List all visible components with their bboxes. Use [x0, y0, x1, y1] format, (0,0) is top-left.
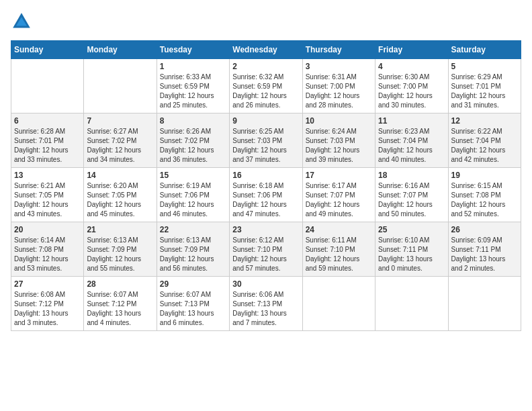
calendar-cell: 28Sunrise: 6:07 AM Sunset: 7:12 PM Dayli…: [84, 277, 157, 331]
day-info: Sunrise: 6:25 AM Sunset: 7:03 PM Dayligh…: [232, 127, 299, 165]
day-info: Sunrise: 6:32 AM Sunset: 6:59 PM Dayligh…: [232, 73, 299, 110]
calendar-cell: 26Sunrise: 6:09 AM Sunset: 7:11 PM Dayli…: [448, 222, 521, 277]
calendar-cell: [84, 59, 157, 113]
calendar-cell: 13Sunrise: 6:21 AM Sunset: 7:05 PM Dayli…: [11, 168, 84, 222]
calendar-cell: 14Sunrise: 6:20 AM Sunset: 7:05 PM Dayli…: [84, 168, 157, 222]
day-number: 22: [160, 225, 226, 234]
calendar-table: SundayMondayTuesdayWednesdayThursdayFrid…: [11, 40, 521, 331]
calendar-cell: [302, 277, 375, 331]
day-number: 18: [378, 171, 445, 180]
calendar-cell: [448, 277, 521, 331]
calendar-week-row: 1Sunrise: 6:33 AM Sunset: 6:59 PM Daylig…: [11, 59, 521, 113]
day-number: 6: [14, 116, 81, 126]
calendar-cell: 29Sunrise: 6:07 AM Sunset: 7:13 PM Dayli…: [157, 277, 229, 331]
day-info: Sunrise: 6:30 AM Sunset: 7:00 PM Dayligh…: [378, 73, 445, 110]
day-number: 7: [87, 116, 153, 126]
calendar-cell: 15Sunrise: 6:19 AM Sunset: 7:06 PM Dayli…: [157, 168, 229, 222]
day-number: 1: [160, 62, 226, 71]
day-of-week-header: Friday: [375, 41, 448, 59]
calendar-cell: 24Sunrise: 6:11 AM Sunset: 7:10 PM Dayli…: [302, 222, 375, 277]
day-header-row: SundayMondayTuesdayWednesdayThursdayFrid…: [11, 41, 521, 59]
day-number: 4: [378, 62, 445, 71]
day-info: Sunrise: 6:31 AM Sunset: 7:00 PM Dayligh…: [306, 73, 372, 110]
day-info: Sunrise: 6:06 AM Sunset: 7:13 PM Dayligh…: [232, 290, 299, 328]
day-number: 2: [232, 62, 299, 71]
calendar-week-row: 6Sunrise: 6:28 AM Sunset: 7:01 PM Daylig…: [11, 113, 521, 168]
day-number: 12: [451, 116, 518, 126]
day-number: 27: [14, 279, 81, 289]
day-info: Sunrise: 6:07 AM Sunset: 7:12 PM Dayligh…: [87, 290, 153, 328]
day-info: Sunrise: 6:26 AM Sunset: 7:02 PM Dayligh…: [160, 127, 226, 165]
day-number: 26: [451, 225, 518, 234]
day-info: Sunrise: 6:08 AM Sunset: 7:12 PM Dayligh…: [14, 290, 81, 328]
day-info: Sunrise: 6:13 AM Sunset: 7:09 PM Dayligh…: [87, 236, 153, 273]
day-number: 5: [451, 62, 518, 71]
day-info: Sunrise: 6:29 AM Sunset: 7:01 PM Dayligh…: [451, 73, 518, 110]
day-of-week-header: Saturday: [448, 41, 521, 59]
calendar-cell: 27Sunrise: 6:08 AM Sunset: 7:12 PM Dayli…: [11, 277, 84, 331]
calendar-cell: [11, 59, 84, 113]
day-of-week-header: Monday: [84, 41, 157, 59]
calendar-cell: 21Sunrise: 6:13 AM Sunset: 7:09 PM Dayli…: [84, 222, 157, 277]
day-info: Sunrise: 6:18 AM Sunset: 7:06 PM Dayligh…: [232, 181, 299, 219]
calendar-body: 1Sunrise: 6:33 AM Sunset: 6:59 PM Daylig…: [11, 59, 521, 331]
day-info: Sunrise: 6:23 AM Sunset: 7:04 PM Dayligh…: [378, 127, 445, 165]
day-of-week-header: Sunday: [11, 41, 84, 59]
calendar-cell: 3Sunrise: 6:31 AM Sunset: 7:00 PM Daylig…: [302, 59, 375, 113]
day-of-week-header: Thursday: [302, 41, 375, 59]
day-of-week-header: Tuesday: [157, 41, 229, 59]
day-info: Sunrise: 6:13 AM Sunset: 7:09 PM Dayligh…: [160, 236, 226, 273]
day-number: 20: [14, 225, 81, 234]
calendar-cell: 25Sunrise: 6:10 AM Sunset: 7:11 PM Dayli…: [375, 222, 448, 277]
day-number: 19: [451, 171, 518, 180]
day-number: 24: [306, 225, 372, 234]
calendar-week-row: 13Sunrise: 6:21 AM Sunset: 7:05 PM Dayli…: [11, 168, 521, 222]
calendar-cell: [375, 277, 448, 331]
day-info: Sunrise: 6:11 AM Sunset: 7:10 PM Dayligh…: [306, 236, 372, 273]
day-number: 11: [378, 116, 445, 126]
day-info: Sunrise: 6:24 AM Sunset: 7:03 PM Dayligh…: [306, 127, 372, 165]
day-number: 28: [87, 279, 153, 289]
day-info: Sunrise: 6:17 AM Sunset: 7:07 PM Dayligh…: [306, 181, 372, 219]
day-info: Sunrise: 6:33 AM Sunset: 6:59 PM Dayligh…: [160, 73, 226, 110]
day-info: Sunrise: 6:07 AM Sunset: 7:13 PM Dayligh…: [160, 290, 226, 328]
day-info: Sunrise: 6:15 AM Sunset: 7:08 PM Dayligh…: [451, 181, 518, 219]
day-info: Sunrise: 6:28 AM Sunset: 7:01 PM Dayligh…: [14, 127, 81, 165]
calendar-cell: 17Sunrise: 6:17 AM Sunset: 7:07 PM Dayli…: [302, 168, 375, 222]
calendar-cell: 4Sunrise: 6:30 AM Sunset: 7:00 PM Daylig…: [375, 59, 448, 113]
day-number: 14: [87, 171, 153, 180]
calendar-cell: 6Sunrise: 6:28 AM Sunset: 7:01 PM Daylig…: [11, 113, 84, 168]
calendar-cell: 5Sunrise: 6:29 AM Sunset: 7:01 PM Daylig…: [448, 59, 521, 113]
calendar-cell: 20Sunrise: 6:14 AM Sunset: 7:08 PM Dayli…: [11, 222, 84, 277]
day-number: 17: [306, 171, 372, 180]
calendar-cell: 11Sunrise: 6:23 AM Sunset: 7:04 PM Dayli…: [375, 113, 448, 168]
calendar-week-row: 20Sunrise: 6:14 AM Sunset: 7:08 PM Dayli…: [11, 222, 521, 277]
calendar-cell: 9Sunrise: 6:25 AM Sunset: 7:03 PM Daylig…: [230, 113, 302, 168]
calendar-cell: 22Sunrise: 6:13 AM Sunset: 7:09 PM Dayli…: [157, 222, 229, 277]
calendar-header: SundayMondayTuesdayWednesdayThursdayFrid…: [11, 41, 521, 59]
day-number: 21: [87, 225, 153, 234]
calendar-cell: 2Sunrise: 6:32 AM Sunset: 6:59 PM Daylig…: [230, 59, 302, 113]
day-info: Sunrise: 6:14 AM Sunset: 7:08 PM Dayligh…: [14, 236, 81, 273]
day-number: 10: [306, 116, 372, 126]
calendar-cell: 8Sunrise: 6:26 AM Sunset: 7:02 PM Daylig…: [157, 113, 229, 168]
day-number: 13: [14, 171, 81, 180]
calendar-cell: 10Sunrise: 6:24 AM Sunset: 7:03 PM Dayli…: [302, 113, 375, 168]
day-info: Sunrise: 6:09 AM Sunset: 7:11 PM Dayligh…: [451, 236, 518, 273]
calendar-cell: 12Sunrise: 6:22 AM Sunset: 7:04 PM Dayli…: [448, 113, 521, 168]
day-number: 16: [232, 171, 299, 180]
logo: [11, 11, 35, 32]
day-of-week-header: Wednesday: [230, 41, 302, 59]
calendar-cell: 7Sunrise: 6:27 AM Sunset: 7:02 PM Daylig…: [84, 113, 157, 168]
day-number: 25: [378, 225, 445, 234]
day-number: 30: [232, 279, 299, 289]
day-number: 23: [232, 225, 299, 234]
day-info: Sunrise: 6:16 AM Sunset: 7:07 PM Dayligh…: [378, 181, 445, 219]
day-info: Sunrise: 6:10 AM Sunset: 7:11 PM Dayligh…: [378, 236, 445, 273]
day-info: Sunrise: 6:27 AM Sunset: 7:02 PM Dayligh…: [87, 127, 153, 165]
day-info: Sunrise: 6:21 AM Sunset: 7:05 PM Dayligh…: [14, 181, 81, 219]
calendar-cell: 19Sunrise: 6:15 AM Sunset: 7:08 PM Dayli…: [448, 168, 521, 222]
calendar-cell: 1Sunrise: 6:33 AM Sunset: 6:59 PM Daylig…: [157, 59, 229, 113]
calendar-cell: 23Sunrise: 6:12 AM Sunset: 7:10 PM Dayli…: [230, 222, 302, 277]
logo-icon: [11, 11, 32, 32]
